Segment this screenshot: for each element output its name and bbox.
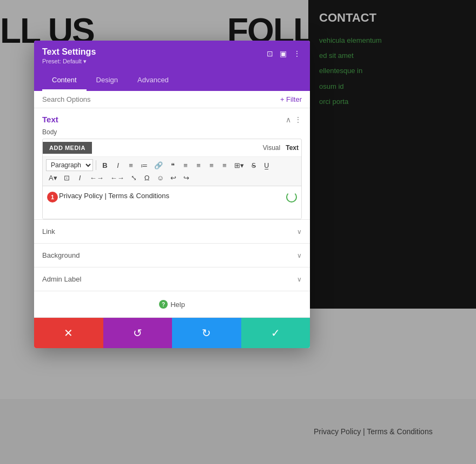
search-bar: + Filter	[34, 91, 310, 108]
admin-label: Admin Label	[42, 275, 81, 283]
add-media-button[interactable]: ADD MEDIA	[43, 142, 92, 154]
paragraph-select[interactable]: Paragraph	[46, 159, 93, 171]
background-label: Background	[42, 251, 80, 259]
body-label: Body	[34, 128, 310, 139]
link-chevron-icon: ∨	[297, 228, 302, 236]
underline-btn[interactable]: U̲	[261, 160, 273, 171]
panel-footer: ✕ ↺ ↻ ✓	[34, 317, 310, 348]
visual-view-btn[interactable]: Visual	[260, 143, 283, 153]
tab-content[interactable]: Content	[42, 70, 87, 91]
filter-button[interactable]: + Filter	[280, 95, 302, 103]
align-right-btn[interactable]: ≡	[206, 160, 217, 171]
background-chevron-icon: ∨	[297, 252, 302, 259]
panel-header-actions: ⊡ ▣ ⋮	[266, 48, 302, 59]
text-settings-panel: Text Settings Preset: Default ▾ ⊡ ▣ ⋮ Co…	[34, 41, 310, 348]
link-section[interactable]: Link ∨	[34, 219, 310, 243]
help-text[interactable]: Help	[170, 300, 185, 309]
help-section: ? Help	[34, 291, 310, 317]
more-icon-btn[interactable]: ⋮	[292, 48, 302, 59]
italic-btn[interactable]: I	[112, 160, 124, 171]
collapse-section-btn[interactable]: ∧	[286, 115, 291, 124]
search-input[interactable]	[42, 95, 280, 103]
special-chars-btn[interactable]: Ω	[141, 172, 153, 184]
blockquote-btn[interactable]: ❝	[167, 160, 178, 171]
paste-btn[interactable]: ⊡	[61, 172, 73, 184]
more-section-btn[interactable]: ⋮	[294, 115, 302, 124]
editor-content[interactable]: 1 Privacy Policy | Terms & Conditions	[43, 186, 301, 219]
redo-editor-btn[interactable]: ↪	[181, 172, 193, 184]
align-left-btn[interactable]: ≡	[180, 160, 191, 171]
link-label: Link	[42, 227, 55, 236]
text-section-header: Text ∧ ⋮	[34, 108, 310, 128]
help-icon: ?	[159, 300, 168, 309]
ordered-list-btn[interactable]: ≔	[138, 160, 150, 171]
panel-tabs: Content Design Advanced	[34, 70, 310, 91]
background-section[interactable]: Background ∨	[34, 243, 310, 267]
panel-body: Text ∧ ⋮ Body ADD MEDIA Visual Text Para…	[34, 108, 310, 317]
indent-decrease-btn[interactable]: ←→	[87, 172, 107, 184]
text-section-title: Text	[42, 115, 58, 124]
emoji-btn[interactable]: ☺	[154, 172, 167, 184]
panel-preset[interactable]: Preset: Default ▾	[42, 58, 96, 65]
toolbar-divider-1	[96, 160, 96, 170]
bold-btn[interactable]: B	[99, 160, 111, 171]
tab-design[interactable]: Design	[87, 70, 128, 91]
save-button[interactable]: ✓	[241, 318, 310, 348]
loading-spinner	[286, 192, 297, 202]
text-view-btn[interactable]: Text	[283, 143, 301, 153]
admin-label-chevron-icon: ∨	[297, 276, 302, 283]
cancel-button[interactable]: ✕	[34, 318, 103, 348]
text-color-btn[interactable]: A▾	[46, 172, 60, 184]
strikethrough-btn[interactable]: S̶	[248, 160, 260, 171]
unordered-list-btn[interactable]: ≡	[125, 160, 137, 171]
align-justify-btn[interactable]: ≡	[219, 160, 230, 171]
admin-label-section[interactable]: Admin Label ∨	[34, 267, 310, 291]
editor-container: ADD MEDIA Visual Text Paragraph B I ≡ ≔ …	[42, 139, 302, 219]
undo-button[interactable]: ↺	[103, 318, 173, 348]
tab-advanced[interactable]: Advanced	[128, 70, 178, 91]
toolbar-row-2: A▾ ⊡ I ←→ ←→ ⤡ Ω ☺ ↩ ↪	[46, 172, 298, 184]
link-btn[interactable]: 🔗	[151, 160, 166, 171]
section-actions: ∧ ⋮	[286, 115, 302, 124]
align-center-btn[interactable]: ≡	[193, 160, 204, 171]
panel-header: Text Settings Preset: Default ▾ ⊡ ▣ ⋮	[34, 41, 310, 70]
italic2-btn[interactable]: I	[74, 172, 86, 184]
fullscreen-icon-btn[interactable]: ⊡	[266, 48, 274, 59]
redo-button[interactable]: ↻	[172, 318, 241, 348]
panel-title-group: Text Settings Preset: Default ▾	[42, 47, 96, 65]
toolbar-row-1: Paragraph B I ≡ ≔ 🔗 ❝ ≡ ≡ ≡ ≡ ⊞▾ S̶ U̲	[46, 159, 298, 171]
panel-title: Text Settings	[42, 47, 96, 57]
editor-toolbar: Paragraph B I ≡ ≔ 🔗 ❝ ≡ ≡ ≡ ≡ ⊞▾ S̶ U̲	[43, 157, 301, 186]
indent-increase-btn[interactable]: ←→	[108, 172, 127, 184]
layout-icon-btn[interactable]: ▣	[279, 48, 288, 59]
step-badge: 1	[47, 192, 58, 202]
fullscreen-editor-btn[interactable]: ⤡	[128, 172, 140, 184]
editor-text: Privacy Policy | Terms & Conditions	[59, 192, 169, 200]
editor-top-row: ADD MEDIA Visual Text	[43, 139, 301, 157]
undo-editor-btn[interactable]: ↩	[168, 172, 180, 184]
table-btn[interactable]: ⊞▾	[232, 160, 247, 171]
